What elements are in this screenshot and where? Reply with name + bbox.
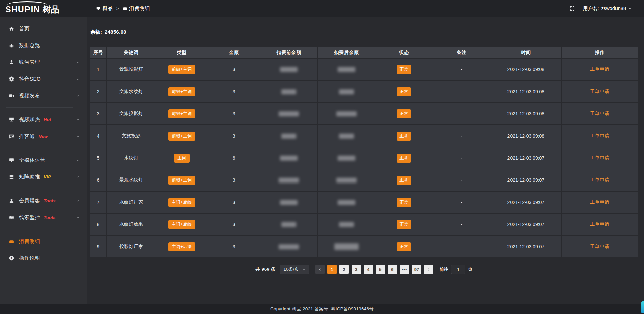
status-badge: 正常 (397, 154, 411, 163)
sidebar-item-video-heat[interactable]: 视频加热Hot (0, 111, 87, 128)
table-row: 1景观投影灯前缀+主词3正常-2021-12-03 09:08工单申请 (90, 59, 638, 80)
logo-text: SHUPIN树品 (5, 4, 59, 15)
cell-remark: - (433, 147, 490, 169)
breadcrumb-label: 消费明细 (129, 5, 150, 12)
page-button-6[interactable]: 6 (388, 265, 397, 274)
sidebar-item-consumption-detail[interactable]: 消费明细 (0, 233, 87, 250)
chevron-left-icon (318, 268, 322, 271)
page-jump-input[interactable] (451, 265, 465, 274)
breadcrumb-item-current[interactable]: 消费明细 (123, 5, 150, 12)
chevron-down-icon (302, 268, 306, 271)
sidebar-divider (6, 107, 73, 108)
cell-keyword: 文旅投影灯 (107, 103, 156, 124)
sidebar-item-media-operation[interactable]: 全媒体运营 (0, 152, 87, 168)
breadcrumb: 树品 > 消费明细 (96, 5, 150, 12)
cell-keyword: 水纹灯厂家 (107, 192, 156, 213)
page-size-select[interactable]: 10条/页 (280, 265, 309, 274)
copyright-text: Copyright 树品 2021 备案号: 粤ICP备09019646号 (270, 306, 374, 312)
sidebar-item-douyin-seo[interactable]: 抖音SEO (0, 70, 87, 87)
work-order-link[interactable]: 工单申请 (590, 221, 609, 227)
work-order-link[interactable]: 工单申请 (590, 199, 609, 205)
floating-widget[interactable] (641, 301, 644, 313)
type-badge: 前缀+主词 (168, 65, 195, 74)
blurred-balance (281, 89, 296, 94)
page-buttons: 123456•••97 (327, 265, 421, 274)
sidebar-item-data-overview[interactable]: 数据总览 (0, 37, 87, 54)
user-icon (9, 59, 14, 65)
type-badge: 主词+后缀 (168, 220, 195, 229)
status-badge: 正常 (397, 87, 411, 96)
work-order-link[interactable]: 工单申请 (590, 155, 609, 160)
page-button-5[interactable]: 5 (376, 265, 385, 274)
work-order-link[interactable]: 工单申请 (590, 89, 609, 94)
type-badge: 主词 (174, 154, 190, 163)
more-pages-button[interactable]: ••• (400, 265, 409, 274)
sidebar-menu: 首页数据总览账号管理抖音SEO视频发布视频加热Hot抖客通New全媒体运营矩阵助… (0, 20, 87, 266)
video-icon (9, 93, 14, 99)
cell-status: 正常 (375, 214, 433, 235)
sidebar-divider (6, 189, 73, 189)
work-order-link[interactable]: 工单申请 (590, 133, 609, 138)
question-icon: ? (9, 255, 14, 261)
cell-remark: - (433, 169, 490, 191)
work-order-link[interactable]: 工单申请 (590, 111, 609, 116)
cell-status: 正常 (375, 236, 433, 257)
blurred-balance (279, 111, 299, 116)
type-badge: 主词+后缀 (168, 198, 195, 207)
sidebar-item-video-publish[interactable]: 视频发布 (0, 87, 87, 104)
cell-time: 2021-12-03 09:07 (490, 192, 561, 213)
work-order-link[interactable]: 工单申请 (590, 66, 609, 72)
page-button-1[interactable]: 1 (327, 265, 337, 274)
breadcrumb-item-home[interactable]: 树品 (96, 5, 113, 12)
work-order-link[interactable]: 工单申请 (590, 177, 609, 182)
cell-status: 正常 (375, 59, 433, 80)
prev-page-button[interactable] (315, 265, 325, 274)
sidebar-item-label: 操作说明 (19, 255, 40, 261)
status-badge: 正常 (397, 242, 411, 251)
page-button-3[interactable]: 3 (352, 265, 361, 274)
column-header: 时间 (490, 47, 561, 58)
cell-balance-after (318, 103, 375, 124)
sidebar-item-clue-monitor[interactable]: 线索监控Tools (0, 209, 87, 226)
sidebar-item-home[interactable]: 首页 (0, 20, 87, 37)
page-button-4[interactable]: 4 (364, 265, 373, 274)
grid-icon (9, 174, 14, 180)
cell-balance-after (318, 125, 375, 147)
blurred-balance (339, 134, 354, 139)
sidebar-item-douketong[interactable]: 抖客通New (0, 128, 87, 145)
page-button-97[interactable]: 97 (412, 265, 421, 274)
cell-type: 主词+后缀 (156, 214, 208, 235)
user-dropdown[interactable]: 用户名: zswodun88 (583, 5, 632, 12)
cell-time: 2021-12-03 09:07 (490, 147, 561, 169)
sidebar-item-matrix-boost[interactable]: 矩阵助推VIP (0, 168, 87, 185)
next-page-button[interactable] (424, 265, 433, 274)
cell-time: 2021-12-03 09:08 (490, 125, 561, 147)
sidebar-item-badge: Tools (44, 198, 56, 203)
breadcrumb-label: 树品 (102, 5, 113, 12)
cell-keyword: 水纹灯效果 (107, 214, 156, 235)
balance-label: 余额: (90, 29, 102, 35)
cell-index: 3 (90, 103, 106, 124)
sidebar-item-account-management[interactable]: 账号管理 (0, 54, 87, 70)
wallet-icon (9, 239, 14, 244)
cell-status: 正常 (375, 125, 433, 147)
cell-action: 工单申请 (562, 214, 638, 235)
work-order-link[interactable]: 工单申请 (590, 244, 609, 249)
cell-balance-before (260, 125, 318, 147)
home-icon (9, 26, 14, 32)
cell-balance-before (260, 59, 318, 80)
cell-index: 9 (90, 236, 106, 257)
sidebar-item-member-burst[interactable]: 会员爆客Tools (0, 192, 87, 209)
type-badge: 前缀+主词 (168, 87, 195, 96)
cell-action: 工单申请 (562, 103, 638, 124)
sidebar-item-instructions[interactable]: ?操作说明 (0, 250, 87, 266)
sidebar-item-badge: Tools (44, 215, 56, 220)
cell-index: 2 (90, 81, 106, 102)
table-row: 5水纹灯主词6正常-2021-12-03 09:07工单申请 (90, 147, 638, 169)
sliders-icon (9, 215, 14, 220)
cell-status: 正常 (375, 169, 433, 191)
page-button-2[interactable]: 2 (339, 265, 349, 274)
fullscreen-icon[interactable] (569, 6, 575, 11)
sidebar-item-label: 数据总览 (19, 42, 40, 49)
sidebar-item-label: 视频发布 (19, 93, 40, 99)
